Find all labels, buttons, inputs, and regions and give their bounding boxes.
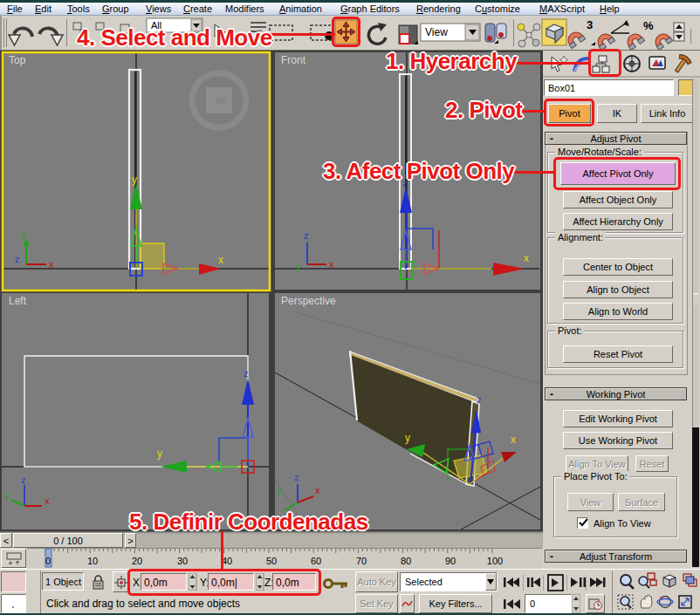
svg-text:80: 80 xyxy=(401,556,411,566)
svg-text:30: 30 xyxy=(177,556,188,566)
svg-text:0: 0 xyxy=(45,556,51,566)
svg-text:Top: Top xyxy=(9,54,26,66)
svg-text:3: 3 xyxy=(587,18,593,31)
svg-text:y: y xyxy=(157,448,162,460)
svg-text:z: z xyxy=(294,472,299,482)
svg-text:x: x xyxy=(49,259,54,270)
svg-text:10: 10 xyxy=(87,556,98,566)
svg-text:x: x xyxy=(524,252,529,264)
svg-text:z: z xyxy=(477,394,482,405)
svg-text:Front: Front xyxy=(281,54,306,66)
svg-text:View: View xyxy=(425,26,448,38)
svg-text:Perspective: Perspective xyxy=(281,295,336,307)
svg-text:y: y xyxy=(4,489,10,500)
svg-text:y: y xyxy=(132,174,137,186)
svg-text:x: x xyxy=(45,495,50,506)
svg-text:90: 90 xyxy=(445,556,456,566)
svg-text:x: x xyxy=(329,259,334,270)
svg-text:z: z xyxy=(21,475,26,485)
svg-text:20: 20 xyxy=(132,556,142,566)
svg-text:x: x xyxy=(218,254,223,266)
svg-text:60: 60 xyxy=(311,556,321,566)
svg-text:70: 70 xyxy=(356,556,367,566)
svg-text:y: y xyxy=(296,262,301,272)
svg-text:z: z xyxy=(304,230,309,241)
svg-text:y: y xyxy=(277,485,282,495)
svg-text:Left: Left xyxy=(9,295,27,307)
svg-text:x: x xyxy=(315,485,320,495)
svg-text:100: 100 xyxy=(487,556,503,566)
svg-text:50: 50 xyxy=(266,556,277,566)
svg-text:y: y xyxy=(405,432,410,444)
svg-text:x: x xyxy=(511,434,516,446)
svg-text:z: z xyxy=(244,368,249,379)
svg-text:%: % xyxy=(643,19,654,32)
svg-text:z: z xyxy=(15,254,20,264)
svg-text:y: y xyxy=(22,229,27,239)
